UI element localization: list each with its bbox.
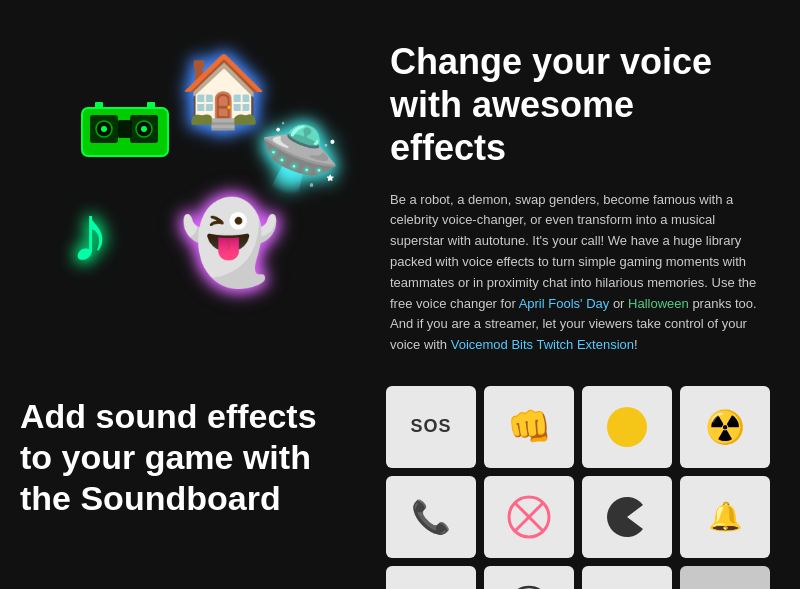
svg-rect-9 (147, 102, 155, 108)
fist-tile[interactable]: 👊 (484, 386, 574, 468)
soundboard-heading: Add sound effects to your game with the … (20, 396, 340, 518)
sos-label: SOS (410, 416, 451, 437)
music-note-icon: ♪ (70, 188, 110, 280)
fist-icon: 👊 (507, 406, 552, 448)
twitch-extension-link[interactable]: Voicemod Bits Twitch Extension (451, 337, 634, 352)
voice-effects-panel: Change your voicewith awesome effects Be… (380, 30, 760, 356)
stop-tile[interactable] (484, 566, 574, 589)
cross-icon (507, 495, 551, 539)
pattern-icon: ~*~*~*~ *~*~*~* (597, 579, 657, 589)
ghost-icon: 👻 (180, 196, 280, 290)
stop-icon (507, 585, 551, 589)
sound-grid: SOS 👊 ☢️ 📞 (386, 386, 770, 589)
toilet-tile[interactable]: 🚽 (386, 566, 476, 589)
svg-point-6 (141, 126, 147, 132)
radioactive-icon: ☢️ (705, 408, 745, 446)
yellow-circle-icon (605, 405, 649, 449)
add-tile[interactable] (680, 566, 770, 589)
pacman-tile[interactable] (582, 476, 672, 558)
hero-icons: ♪ (20, 30, 380, 356)
phone-icon: 📞 (411, 498, 451, 536)
yellow-circle-tile[interactable] (582, 386, 672, 468)
svg-point-10 (607, 407, 647, 447)
description: Be a robot, a demon, swap genders, becom… (390, 190, 760, 356)
svg-rect-7 (118, 120, 132, 138)
ufo-icon: 🛸 (259, 120, 340, 196)
sos-tile[interactable]: SOS (386, 386, 476, 468)
bell-tile[interactable]: 🔔 (680, 476, 770, 558)
main-heading: Change your voicewith awesome effects (390, 40, 760, 170)
sound-grid-section: SOS 👊 ☢️ 📞 (340, 386, 780, 589)
svg-rect-8 (95, 102, 103, 108)
halloween-link[interactable]: Halloween (628, 296, 689, 311)
soundboard-section: Add sound effects to your game with the … (20, 386, 340, 589)
bell-icon: 🔔 (708, 500, 743, 533)
pacman-icon (605, 495, 649, 539)
house-icon: 🏠 (180, 50, 267, 132)
cassette-icon (80, 100, 170, 165)
april-fools-link[interactable]: April Fools' Day (519, 296, 610, 311)
radioactive-tile[interactable]: ☢️ (680, 386, 770, 468)
phone-tile[interactable]: 📞 (386, 476, 476, 558)
svg-point-14 (625, 504, 630, 509)
svg-point-3 (101, 126, 107, 132)
blur-tile[interactable]: ~*~*~*~ *~*~*~* (582, 566, 672, 589)
cross-tile[interactable] (484, 476, 574, 558)
